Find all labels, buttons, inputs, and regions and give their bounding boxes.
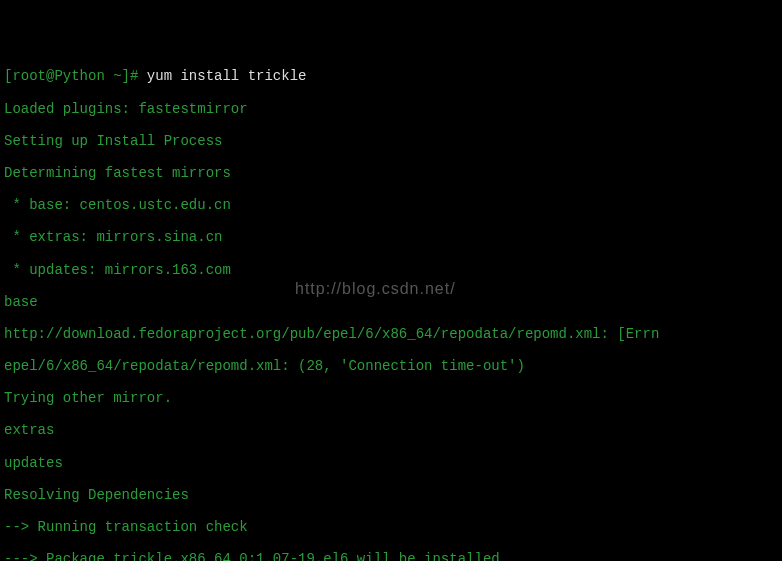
prompt-user-host: [root@Python ~]# (4, 68, 147, 84)
dep-step: ---> Package trickle.x86_64 0:1.07-19.el… (4, 551, 778, 561)
mirror-updates: * updates: mirrors.163.com (4, 262, 778, 278)
repo-extras: extras (4, 422, 778, 438)
repo-updates: updates (4, 455, 778, 471)
output-line: Determining fastest mirrors (4, 165, 778, 181)
url-error-line2: epel/6/x86_64/repodata/repomd.xml: (28, … (4, 358, 778, 374)
url-error-line: http://download.fedoraproject.org/pub/ep… (4, 326, 778, 342)
prompt-line[interactable]: [root@Python ~]# yum install trickle (4, 68, 778, 84)
mirror-extras: * extras: mirrors.sina.cn (4, 229, 778, 245)
repo-base: base (4, 294, 778, 310)
trying-mirror: Trying other mirror. (4, 390, 778, 406)
resolving-deps: Resolving Dependencies (4, 487, 778, 503)
output-line: Setting up Install Process (4, 133, 778, 149)
dep-step: --> Running transaction check (4, 519, 778, 535)
prompt-command: yum install trickle (147, 68, 307, 84)
mirror-base: * base: centos.ustc.edu.cn (4, 197, 778, 213)
output-line: Loaded plugins: fastestmirror (4, 101, 778, 117)
